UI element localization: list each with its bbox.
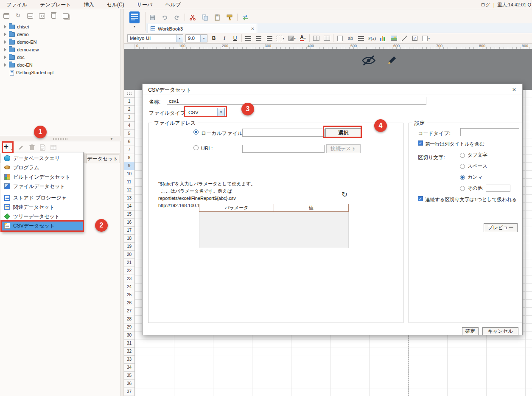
merge-cells-button[interactable] (312, 34, 320, 42)
batch-edit-button[interactable] (50, 144, 57, 151)
connection-test-button[interactable]: 接続テスト (326, 144, 361, 153)
tree-item[interactable]: GettingStarted.cpt (0, 69, 121, 76)
refresh-parameters-button[interactable]: ↻ (342, 191, 347, 198)
row-header[interactable]: 20 (124, 251, 134, 259)
row-header[interactable]: 2 (124, 106, 134, 114)
row-header[interactable]: 5 (124, 130, 134, 138)
first-row-checkbox[interactable]: ✓ (418, 140, 423, 146)
row-header[interactable]: 11 (124, 178, 134, 186)
expand-arrow-icon[interactable] (3, 25, 8, 29)
wrap-text-button[interactable] (357, 34, 365, 42)
text-widget-button[interactable]: ab (346, 34, 355, 42)
select-file-button[interactable]: 選択 (325, 128, 361, 138)
row-header[interactable]: 36 (124, 380, 134, 388)
undo-button[interactable] (160, 13, 169, 22)
close-tab-icon[interactable]: × (251, 26, 254, 31)
local-file-input[interactable] (242, 129, 325, 137)
dialog-titlebar[interactable]: CSVデータセット × (143, 84, 522, 95)
bold-button[interactable]: B (210, 34, 218, 42)
codetype-input[interactable] (460, 128, 519, 136)
row-header[interactable]: 33 (124, 356, 134, 364)
expand-arrow-icon[interactable] (3, 48, 8, 52)
align-right-button[interactable] (265, 34, 274, 42)
italic-button[interactable]: I (220, 34, 229, 42)
menu-item[interactable]: ヘルプ (159, 0, 187, 9)
refresh-button[interactable]: ↻ (14, 12, 22, 19)
panel-scroll-gutter[interactable] (121, 9, 124, 396)
ok-button[interactable]: 確定 (462, 327, 479, 335)
tree-item[interactable]: chisei (0, 23, 121, 31)
underline-button[interactable]: U (231, 34, 239, 42)
unmerge-cells-button[interactable] (322, 34, 331, 42)
delimiter-radio[interactable] (460, 153, 465, 158)
cut-button[interactable] (188, 13, 197, 22)
formula-button[interactable]: F(x) (367, 34, 377, 42)
tree-item[interactable]: demo-new (0, 46, 121, 53)
row-header[interactable]: 18 (124, 235, 134, 243)
menu-item[interactable]: 挿入 (78, 0, 101, 9)
align-left-button[interactable] (244, 34, 252, 42)
splitter-handle-icon[interactable] (53, 138, 67, 140)
remove-dataset-button[interactable] (29, 144, 35, 151)
delete-template-button[interactable] (50, 12, 57, 19)
dataset-menu-item[interactable]: ストアド プロシージャ (1, 193, 83, 202)
font-name-select[interactable]: Meiryo UI ▾ (127, 34, 183, 42)
menu-item[interactable]: サーバ (131, 0, 159, 9)
dataset-menu-item[interactable]: ツリーデータセット (1, 212, 83, 221)
row-header[interactable]: 12 (124, 186, 134, 194)
select-all-button[interactable] (124, 90, 134, 98)
expand-arrow-icon[interactable] (3, 32, 8, 37)
copy-template-button[interactable] (62, 12, 69, 19)
name-input[interactable] (167, 97, 426, 105)
settings-button[interactable] (38, 12, 45, 19)
row-header[interactable]: 34 (124, 364, 134, 372)
dataset-panel-tab[interactable]: データセット (86, 154, 119, 163)
dataset-menu-item[interactable]: プログラム (1, 163, 83, 172)
menu-item[interactable]: ファイル (0, 0, 34, 9)
row-header[interactable]: 1 (124, 98, 134, 106)
widget-dropdown[interactable]: ▾ (421, 34, 431, 42)
copy-button[interactable] (200, 13, 210, 22)
preview-dataset-button[interactable] (40, 144, 45, 151)
row-header[interactable]: 19 (124, 243, 134, 251)
other-delimiter-input[interactable] (486, 185, 510, 192)
row-header[interactable]: 29 (124, 323, 134, 331)
row-header[interactable]: 32 (124, 348, 134, 356)
add-dataset-button[interactable]: + ▾ (3, 143, 13, 152)
edit-canvas-button[interactable] (386, 54, 398, 67)
row-header[interactable]: 17 (124, 227, 134, 235)
row-header[interactable]: 31 (124, 340, 134, 348)
template-preview-button[interactable]: ▾ (127, 11, 142, 31)
report-list-button[interactable] (26, 12, 34, 19)
url-radio[interactable] (193, 145, 199, 150)
collapse-panel-icon[interactable]: ▼ (110, 136, 113, 142)
dataset-menu-item[interactable]: CSVデータセット (1, 221, 83, 230)
dataset-menu-item[interactable]: 関連データセット (1, 202, 83, 212)
dataset-menu-item[interactable]: ファイルデータセット (1, 182, 83, 191)
tree-item[interactable]: doc (0, 53, 121, 61)
menu-item[interactable]: セル(C) (101, 0, 131, 9)
tree-item[interactable]: demo (0, 31, 121, 38)
dataset-menu-item[interactable]: ビルトインデータセット (1, 172, 83, 182)
local-file-radio[interactable] (193, 129, 199, 135)
row-header[interactable]: 14 (124, 202, 134, 211)
panel-splitter[interactable]: ▼ (0, 136, 121, 141)
row-header[interactable]: 13 (124, 194, 134, 202)
row-header[interactable]: 26 (124, 299, 134, 307)
row-header[interactable]: 22 (124, 267, 134, 275)
row-header[interactable]: 30 (124, 331, 134, 340)
row-header[interactable]: 8 (124, 154, 134, 162)
redo-button[interactable] (172, 13, 182, 22)
clear-format-button[interactable] (336, 34, 344, 42)
save-button[interactable] (148, 13, 157, 22)
row-header[interactable]: 3 (124, 114, 134, 122)
expand-arrow-icon[interactable] (3, 70, 8, 75)
insert-chart-button[interactable] (379, 34, 387, 42)
delimiter-radio[interactable] (460, 164, 465, 169)
row-header[interactable]: 7 (124, 146, 134, 154)
delimiter-radio[interactable] (460, 186, 465, 191)
delimiter-radio[interactable] (460, 175, 465, 180)
url-input[interactable] (242, 145, 325, 153)
row-header[interactable]: 16 (124, 219, 134, 227)
font-color-dropdown[interactable]: A▾ (299, 34, 307, 42)
